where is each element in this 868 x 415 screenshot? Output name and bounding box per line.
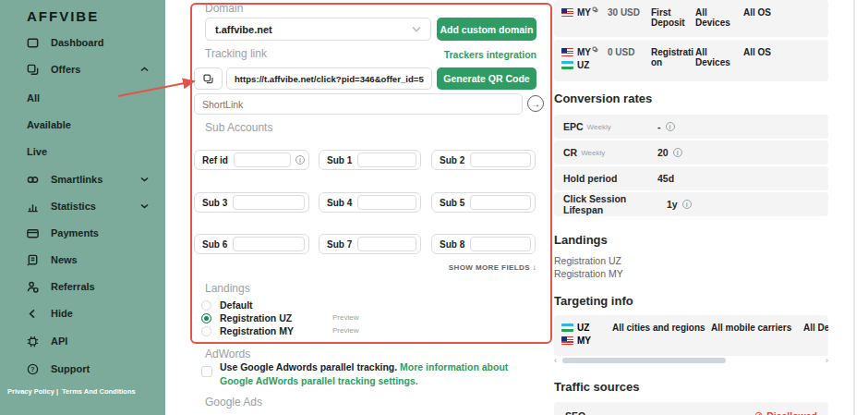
info-icon[interactable]: i [295,155,305,165]
scroll-right-icon[interactable]: › [826,357,828,364]
targeting-devices: All Devices [803,323,828,333]
generate-qr-button[interactable]: Generate QR Code [437,67,536,90]
preview-link-my[interactable]: Preview [332,326,358,335]
geo-code: MY [577,7,591,18]
shortlink-submit-button[interactable]: → [527,95,544,112]
chevron-down-icon[interactable] [140,177,149,182]
statistics-icon [25,199,40,214]
sidebar-item-payments[interactable]: Payments [0,224,165,242]
sidebar-item-label: Available [27,119,71,130]
payments-icon [25,226,40,240]
show-more-fields-button[interactable]: SHOW MORE FIELDS ↓ [388,263,536,272]
payout-devices: All Devices [695,7,743,28]
add-custom-domain-button[interactable]: Add custom domain [437,18,536,41]
metric-value: - [657,121,661,132]
shortlink-input[interactable] [194,93,523,115]
page-scrollbar-track[interactable] [853,0,855,415]
landing-option-registration-my[interactable]: Registration MY [201,324,294,337]
info-icon[interactable]: i [666,122,675,131]
affvibe-logo: AFFVIBE [27,8,99,24]
landing-option-label: Registration MY [220,325,294,336]
sub1-field[interactable]: Sub 1 [319,150,421,170]
info-icon[interactable]: i [673,148,682,157]
chevron-down-icon[interactable] [140,203,149,209]
sidebar-item-all[interactable]: All [0,89,165,107]
trackers-integration-link[interactable]: Trackers integration [397,49,536,60]
disallowed-icon: ⊘ [754,409,763,415]
payout-os: All OS [743,7,828,18]
arrow-down-icon: ↓ [533,263,536,272]
uz-flag-icon [561,323,573,332]
metric-period: Weekly [587,123,611,131]
domain-select-value: t.affvibe.net [215,24,412,35]
sidebar-item-referrals[interactable]: Referrals [0,277,165,296]
sidebar-item-news[interactable]: News [0,250,165,269]
ref-id-field[interactable]: Ref id i [194,150,309,170]
ref-id-input[interactable] [234,153,291,167]
payout-geo: MY [561,47,608,57]
cr-row: CRWeekly 20i [554,140,828,165]
sub4-field[interactable]: Sub 4 [319,192,421,213]
sidebar-item-dashboard[interactable]: Dashboard [0,33,165,52]
targeting-carriers: All mobile carriers [711,323,803,333]
smartlinks-icon [25,172,40,187]
sub1-input[interactable] [357,153,416,167]
sub4-input[interactable] [357,195,416,210]
copy-link-button[interactable] [194,67,223,90]
chevron-left-icon [25,306,40,321]
sub2-field[interactable]: Sub 2 [431,150,536,170]
chevron-up-icon[interactable] [140,67,149,72]
metric-value: 20 [657,147,669,158]
sidebar-item-statistics[interactable]: Statistics [0,197,165,215]
targeting-scrollbar[interactable]: ‹ › [554,357,828,364]
landing-option-registration-uz[interactable]: Registration UZ [201,311,292,324]
sub6-input[interactable] [233,237,305,251]
adwords-checkbox[interactable] [201,366,212,377]
sub8-input[interactable] [470,237,531,251]
sub2-input[interactable] [470,153,531,167]
terms-link[interactable]: Terms And Conditions [62,387,136,396]
sidebar-item-label: Hide [51,308,73,319]
payout-type: First Deposit [651,7,695,28]
sub3-field[interactable]: Sub 3 [194,192,309,213]
landing-option-default[interactable]: Default [201,299,253,311]
sub5-field[interactable]: Sub 5 [431,192,536,213]
news-icon [25,252,40,267]
traffic-source-row: SEO ⊘ Disallowed [554,402,828,415]
sidebar-item-hide[interactable]: Hide [0,304,165,323]
sidebar-item-offers[interactable]: Offers [0,60,165,79]
tracking-url-input[interactable] [226,67,432,90]
payout-row: MY UZ 0 USD Registration All Devices All… [554,40,828,81]
sidebar-item-smartlinks[interactable]: Smartlinks [0,170,165,189]
scrollbar-thumb[interactable] [562,358,726,363]
sidebar-item-label: Dashboard [51,37,103,48]
sub6-field[interactable]: Sub 6 [194,234,309,254]
sidebar-item-support[interactable]: ? Support [0,360,165,378]
radio-icon[interactable] [201,326,211,336]
field-label: Sub 7 [327,239,352,250]
sidebar-item-live[interactable]: Live [0,142,165,161]
domain-select[interactable]: t.affvibe.net [205,18,431,41]
sub8-field[interactable]: Sub 8 [431,234,536,254]
uz-flag-icon [561,61,573,69]
sidebar-item-available[interactable]: Available [0,116,165,134]
arrow-right-icon: → [531,99,540,109]
info-icon[interactable]: i [682,200,692,209]
preview-icon[interactable] [592,6,598,13]
dashboard-icon [25,35,40,50]
scroll-left-icon[interactable]: ‹ [554,357,557,364]
sub5-input[interactable] [470,195,531,210]
adwords-section-label: AdWords [205,348,250,360]
sub3-input[interactable] [233,195,305,210]
sub7-field[interactable]: Sub 7 [319,234,421,254]
radio-icon[interactable] [201,313,211,323]
preview-icon[interactable] [592,46,598,53]
status-text: Disallowed [766,410,817,415]
sub7-input[interactable] [357,237,416,251]
landing-option-label: Default [220,299,253,311]
sidebar-item-api[interactable]: API [0,332,165,350]
privacy-policy-link[interactable]: Privacy Policy [7,387,54,396]
preview-link-uz[interactable]: Preview [332,313,358,322]
radio-icon[interactable] [201,300,211,311]
sidebar-item-label: Smartlinks [51,174,102,185]
